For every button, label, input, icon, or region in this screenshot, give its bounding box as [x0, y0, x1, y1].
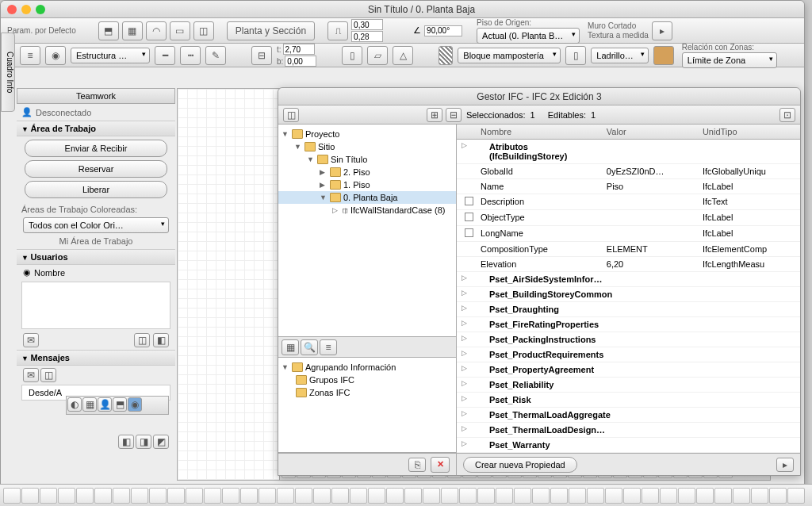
tool-icon[interactable] — [733, 488, 750, 504]
chevron-right-icon[interactable]: ▸ — [776, 458, 794, 472]
tool-icon[interactable] — [532, 488, 550, 504]
pen-icon[interactable]: ✎ — [205, 46, 226, 65]
tool-icon[interactable]: ◫ — [134, 333, 150, 347]
tree-tool-icon[interactable]: ◫ — [283, 108, 299, 122]
t-input[interactable] — [283, 44, 315, 55]
view-icon[interactable]: ◐ — [67, 397, 82, 412]
tool-icon[interactable] — [3, 488, 21, 504]
tool-icon[interactable] — [623, 488, 641, 504]
tool-icon[interactable] — [714, 488, 732, 504]
property-row[interactable]: Pset_AirSideSystemInfor… — [457, 272, 800, 287]
b-input[interactable] — [285, 56, 316, 67]
tool-icon[interactable] — [459, 488, 477, 504]
property-row[interactable]: CompositionTypeELEMENTIfcElementComp — [457, 242, 800, 257]
tool-icon[interactable]: ⬒ — [98, 21, 119, 40]
layer-icon[interactable]: ≡ — [20, 46, 40, 65]
tool-icon[interactable] — [769, 488, 787, 504]
settings-icon[interactable]: ⊡ — [779, 108, 795, 122]
project-tree[interactable]: ▼Proyecto▼Sitio▼Sin Título▶2. Piso▶1. Pi… — [278, 125, 456, 337]
tool-icon[interactable] — [368, 488, 385, 504]
tool-icon[interactable] — [787, 488, 805, 504]
tool-icon[interactable] — [313, 488, 331, 504]
tree-item[interactable]: ▷⎅IfcWallStandardCase (8) — [278, 204, 456, 217]
texture-icon[interactable] — [653, 46, 674, 65]
tool-icon[interactable]: ▭ — [170, 21, 190, 40]
angle-input[interactable] — [424, 25, 462, 36]
tool-icon[interactable]: ▦ — [122, 21, 143, 40]
zona-dropdown[interactable]: Límite de Zona — [682, 52, 777, 68]
release-button[interactable]: Liberar — [25, 181, 167, 198]
tool-icon[interactable]: ◫ — [193, 21, 214, 40]
tool-icon[interactable] — [204, 488, 221, 504]
close-icon[interactable] — [7, 5, 17, 14]
collapse-icon[interactable]: ⊟ — [446, 108, 462, 122]
tool-icon[interactable] — [259, 488, 276, 504]
section-button[interactable]: Planta y Sección — [227, 21, 315, 40]
close-button[interactable]: ✕ — [431, 457, 450, 473]
ifc-titlebar[interactable]: Gestor IFC - IFC 2x Edición 3 — [278, 88, 800, 105]
tool-icon[interactable] — [514, 488, 531, 504]
property-row[interactable]: Pset_PackingInstructions — [457, 332, 800, 347]
zoom-icon[interactable] — [36, 5, 45, 14]
area-header[interactable]: Área de Trabajo — [17, 121, 175, 136]
tool-icon[interactable] — [131, 488, 148, 504]
action-icon[interactable]: ⎘ — [408, 458, 426, 472]
property-row[interactable]: NamePisoIfcLabel — [457, 179, 800, 194]
height-input-2[interactable] — [351, 31, 383, 42]
profile-icon[interactable]: △ — [393, 46, 413, 65]
view-icon[interactable]: ▦ — [82, 397, 97, 412]
reserve-button[interactable]: Reservar — [25, 160, 167, 178]
expand-icon[interactable]: ⊞ — [427, 108, 442, 122]
tool-icon[interactable]: ◧ — [153, 333, 169, 347]
tool-icon[interactable] — [404, 488, 422, 504]
users-header[interactable]: Usuarios — [17, 249, 175, 265]
tool-icon[interactable] — [94, 488, 112, 504]
tool-icon[interactable] — [496, 488, 513, 504]
tool-icon[interactable] — [277, 488, 294, 504]
property-row[interactable]: Pset_ThermalLoadAggregate — [457, 408, 800, 423]
property-row[interactable]: Pset_Draughting — [457, 302, 800, 317]
view-icon[interactable]: ⬒ — [113, 397, 127, 412]
tool-icon[interactable] — [149, 488, 167, 504]
tab-icon[interactable]: ≡ — [320, 339, 337, 355]
send-receive-button[interactable]: Enviar & Recibir — [25, 140, 167, 157]
profile-icon[interactable]: ▱ — [367, 46, 388, 65]
tool-icon[interactable]: ◠ — [146, 21, 167, 40]
tool-icon[interactable] — [587, 488, 604, 504]
tree-item[interactable]: ▶2. Piso — [278, 166, 456, 178]
tool-icon[interactable] — [113, 488, 130, 504]
tool-icon[interactable] — [58, 488, 75, 504]
property-row[interactable]: Elevation6,20IfcLengthMeasu — [457, 257, 800, 272]
height-input-1[interactable] — [351, 19, 383, 30]
tab-icon[interactable]: ▦ — [282, 339, 299, 355]
messages-header[interactable]: Mensajes — [17, 350, 175, 366]
property-row[interactable]: Pset_BuildingStoreyCommon — [457, 287, 800, 302]
property-row[interactable]: Pset_FireRatingProperties — [457, 317, 800, 332]
material-dropdown[interactable]: Bloque mampostería — [458, 48, 561, 63]
profile-icon[interactable]: ▯ — [342, 46, 362, 65]
property-row[interactable]: Pset_Warranty — [457, 438, 800, 453]
tree-item[interactable]: ▼0. Planta Baja — [278, 191, 456, 204]
group-tree[interactable]: ▼Agrupando Información Grupos IFC Zonas … — [278, 358, 456, 453]
tool-icon[interactable] — [751, 488, 768, 504]
property-row[interactable]: DescriptionIfcText — [457, 194, 800, 210]
chevron-right-icon[interactable]: ▸ — [652, 21, 672, 40]
tool-icon[interactable]: ◫ — [40, 368, 56, 382]
wall-icon[interactable]: ▯ — [565, 46, 586, 65]
tool-icon[interactable] — [40, 488, 57, 504]
property-row[interactable]: Pset_ProductRequirements — [457, 347, 800, 362]
tool-icon[interactable]: ◩ — [153, 435, 169, 449]
column-icon[interactable]: ⎍ — [327, 21, 348, 40]
param-label[interactable]: Param. por Defecto — [7, 26, 76, 35]
tree-item[interactable]: ▼Sitio — [278, 140, 456, 153]
property-row[interactable]: Pset_Risk — [457, 393, 800, 408]
tool-icon[interactable] — [569, 488, 586, 504]
tool-icon[interactable] — [350, 488, 367, 504]
line-icon[interactable]: ┅ — [180, 46, 201, 65]
structure-dropdown[interactable]: Estructura … — [71, 48, 150, 63]
tool-icon[interactable] — [21, 488, 39, 504]
tool-icon[interactable] — [642, 488, 659, 504]
tree-item[interactable]: ▶1. Piso — [278, 178, 456, 191]
property-row[interactable]: Pset_Reliability — [457, 378, 800, 393]
origin-dropdown[interactable]: Actual (0. Planta B… — [477, 28, 580, 44]
